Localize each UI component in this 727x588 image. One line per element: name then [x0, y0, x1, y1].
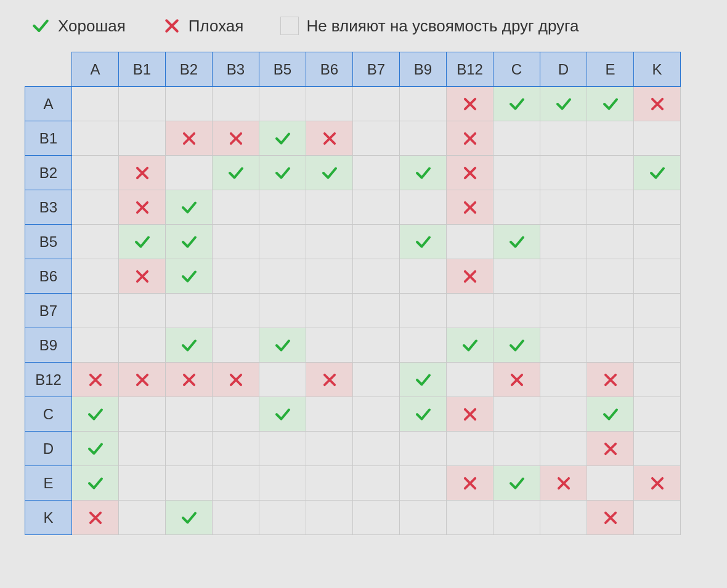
cell [634, 328, 681, 363]
col-header: B5 [259, 52, 306, 87]
cell [587, 501, 634, 535]
cell [213, 328, 259, 363]
cell [400, 121, 447, 156]
row-header: A [25, 87, 72, 121]
row-header: B6 [25, 259, 72, 294]
cell [353, 294, 400, 328]
cell [400, 397, 447, 432]
cross-icon [447, 95, 493, 113]
col-header: B3 [213, 52, 259, 87]
check-icon [400, 164, 446, 182]
cross-icon [447, 199, 493, 216]
cross-icon [306, 371, 352, 389]
cell [493, 190, 540, 225]
cell [353, 259, 400, 294]
cell [634, 501, 681, 535]
col-header: E [587, 52, 634, 87]
cell [587, 225, 634, 259]
cell [306, 259, 353, 294]
row-header: B2 [25, 156, 72, 190]
cell [166, 259, 213, 294]
cross-icon [213, 371, 259, 389]
cell [353, 87, 400, 121]
cell [353, 466, 400, 501]
cell [259, 121, 306, 156]
row-header: B5 [25, 225, 72, 259]
cell [587, 156, 634, 190]
cross-icon [213, 130, 259, 147]
cell [634, 432, 681, 466]
cross-icon [166, 130, 212, 147]
cell [353, 156, 400, 190]
legend-neutral: Не влияют на усвоямость друг друга [280, 17, 579, 36]
cell [119, 190, 166, 225]
cell [72, 190, 119, 225]
cell [166, 225, 213, 259]
check-icon [166, 267, 212, 286]
cell [540, 225, 587, 259]
cell [259, 432, 306, 466]
check-icon [400, 233, 446, 251]
check-icon [72, 405, 118, 424]
cell [166, 501, 213, 535]
cell [353, 121, 400, 156]
cell [213, 259, 259, 294]
cell [400, 363, 447, 397]
cell [447, 397, 493, 432]
cell [540, 294, 587, 328]
cell [166, 87, 213, 121]
table-row: B5 [25, 225, 681, 259]
cell [213, 501, 259, 535]
cell [259, 466, 306, 501]
check-icon [540, 95, 587, 113]
check-icon [493, 336, 540, 355]
legend-neutral-label: Не влияют на усвоямость друг друга [306, 17, 579, 36]
cross-icon [587, 371, 633, 389]
cell [72, 87, 119, 121]
cell [72, 225, 119, 259]
cell [447, 466, 493, 501]
cell [259, 363, 306, 397]
cell [540, 87, 587, 121]
check-icon [400, 405, 446, 424]
cell [306, 397, 353, 432]
cell [213, 432, 259, 466]
legend-good: Хорошая [31, 16, 126, 36]
row-header: B7 [25, 294, 72, 328]
cell [587, 432, 634, 466]
cell [72, 501, 119, 535]
cell [259, 259, 306, 294]
table-row: B3 [25, 190, 681, 225]
check-icon [400, 371, 446, 389]
cell [493, 363, 540, 397]
cell [306, 432, 353, 466]
row-header: K [25, 501, 72, 535]
cell [213, 190, 259, 225]
cell [634, 397, 681, 432]
cell [447, 225, 493, 259]
cross-icon [166, 371, 212, 389]
cell [72, 294, 119, 328]
cell [540, 432, 587, 466]
cross-icon [72, 509, 118, 526]
cell [400, 87, 447, 121]
cell [447, 87, 493, 121]
cell [166, 397, 213, 432]
col-header: D [540, 52, 587, 87]
cell [213, 466, 259, 501]
cell [119, 87, 166, 121]
cell [400, 328, 447, 363]
check-icon [447, 336, 493, 355]
cell [400, 294, 447, 328]
table-row: B2 [25, 156, 681, 190]
cross-icon [72, 371, 118, 389]
cell [493, 397, 540, 432]
cell [213, 294, 259, 328]
check-icon [166, 233, 212, 251]
cell [259, 225, 306, 259]
cell [634, 363, 681, 397]
legend-good-label: Хорошая [58, 17, 126, 36]
cell [540, 156, 587, 190]
cell [119, 259, 166, 294]
row-header: C [25, 397, 72, 432]
